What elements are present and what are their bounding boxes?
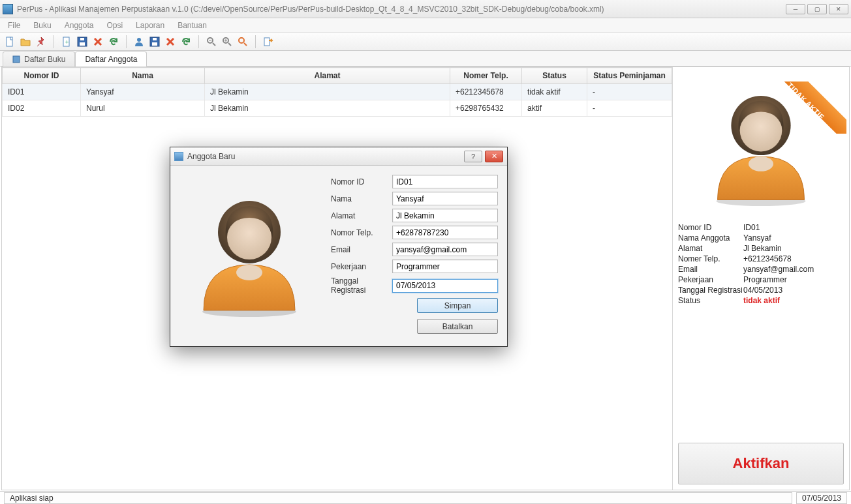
svg-line-18: [228, 43, 231, 46]
save-button[interactable]: Simpan: [417, 298, 498, 313]
dialog-form: Nomor ID Nama Alamat Nomor Telp. Email P…: [331, 175, 498, 337]
statusbar: Aplikasi siap 07/05/2013: [0, 491, 851, 504]
add-member-icon[interactable]: [132, 35, 146, 49]
menu-laporan[interactable]: Laporan: [129, 18, 171, 32]
dialog-help-button[interactable]: ?: [464, 151, 482, 162]
name-field[interactable]: [392, 192, 498, 205]
dialog-titlebar[interactable]: Anggota Baru ? ✕: [170, 147, 507, 166]
member-info: Nomor IDID01 Nama AnggotaYansyaf AlamatJ…: [678, 222, 844, 306]
new-file-icon[interactable]: [3, 35, 17, 49]
delete-icon[interactable]: [91, 35, 105, 49]
status-ribbon: TIDAK AKTIF: [768, 82, 846, 134]
svg-line-15: [213, 43, 215, 46]
tab-daftar-anggota[interactable]: Daftar Anggota: [75, 52, 147, 67]
svg-rect-24: [13, 56, 20, 63]
new-member-dialog: Anggota Baru ? ✕ Nomor ID Nama Alamat No…: [170, 147, 508, 347]
delete-member-icon[interactable]: [163, 35, 178, 49]
tabs: Daftar Buku Daftar Anggota: [0, 51, 851, 67]
pin-icon[interactable]: [34, 35, 48, 49]
close-button[interactable]: ✕: [829, 4, 848, 14]
menubar: File Buku Anggota Opsi Laporan Bantuan: [0, 18, 851, 33]
tab-label: Daftar Anggota: [85, 55, 137, 64]
menu-file[interactable]: File: [1, 18, 27, 32]
add-book-icon[interactable]: ＋: [59, 35, 74, 49]
dialog-title: Anggota Baru: [187, 152, 464, 161]
job-field[interactable]: [392, 259, 498, 273]
open-folder-icon[interactable]: [18, 35, 33, 49]
minimize-button[interactable]: ─: [786, 4, 805, 14]
email-field[interactable]: [392, 243, 498, 256]
dialog-icon: [174, 152, 183, 161]
svg-point-10: [137, 38, 141, 42]
dialog-close-button[interactable]: ✕: [485, 151, 503, 162]
menu-opsi[interactable]: Opsi: [100, 18, 129, 32]
status-date: 07/05/2013: [796, 492, 847, 504]
zoom-reset-icon[interactable]: [236, 35, 250, 49]
app-icon: [3, 4, 13, 14]
refresh-icon[interactable]: [106, 35, 121, 49]
tab-daftar-buku[interactable]: Daftar Buku: [3, 52, 75, 67]
menu-anggota[interactable]: Anggota: [58, 18, 101, 32]
zoom-in-icon[interactable]: [220, 35, 234, 49]
tab-label: Daftar Buku: [24, 55, 65, 64]
status-text: Aplikasi siap: [4, 492, 792, 504]
book-icon: [12, 55, 20, 63]
id-field[interactable]: [392, 175, 498, 188]
table-row[interactable]: ID02 Nurul Jl Bekamin +6298765432 aktif …: [3, 100, 672, 117]
col-status[interactable]: Status: [522, 68, 587, 84]
window-title: PerPus - Aplikasi Manajemen Perpustakaan…: [17, 5, 786, 14]
svg-rect-23: [264, 38, 270, 46]
svg-rect-8: [80, 42, 85, 46]
save-icon[interactable]: [75, 35, 89, 49]
toolbar: ＋: [0, 33, 851, 51]
dialog-avatar: [179, 175, 319, 337]
cancel-button[interactable]: Batalkan: [417, 319, 498, 334]
phone-field[interactable]: [392, 226, 498, 239]
maximize-button[interactable]: ▢: [807, 4, 827, 14]
export-icon[interactable]: [261, 35, 275, 49]
svg-rect-13: [153, 38, 157, 40]
svg-rect-12: [152, 42, 157, 46]
menu-bantuan[interactable]: Bantuan: [171, 18, 213, 32]
registration-date-field[interactable]: [392, 279, 498, 293]
svg-rect-4: [7, 37, 12, 46]
svg-rect-9: [80, 38, 84, 40]
address-field[interactable]: [392, 209, 498, 222]
col-name[interactable]: Nama: [81, 68, 205, 84]
svg-text:＋: ＋: [64, 38, 70, 45]
svg-point-21: [239, 38, 244, 43]
table-row[interactable]: ID01 Yansyaf Jl Bekamin +6212345678 tida…: [3, 84, 672, 100]
col-id[interactable]: Nomor ID: [3, 68, 81, 84]
member-avatar: TIDAK AKTIF: [678, 72, 844, 216]
side-panel: TIDAK AKTIF Nomor IDID01 Nama AnggotaYan…: [673, 67, 849, 490]
svg-line-22: [244, 43, 247, 46]
save-member-icon[interactable]: [147, 35, 162, 49]
window-titlebar: PerPus - Aplikasi Manajemen Perpustakaan…: [0, 0, 851, 18]
zoom-out-icon[interactable]: [204, 35, 219, 49]
col-addr[interactable]: Alamat: [205, 68, 450, 84]
activate-button[interactable]: Aktifkan: [678, 443, 844, 484]
menu-buku[interactable]: Buku: [27, 18, 57, 32]
col-tel[interactable]: Nomer Telp.: [450, 68, 522, 84]
refresh-member-icon[interactable]: [179, 35, 193, 49]
member-table: Nomor ID Nama Alamat Nomer Telp. Status …: [2, 67, 672, 117]
col-loan[interactable]: Status Peminjaman: [587, 68, 672, 84]
